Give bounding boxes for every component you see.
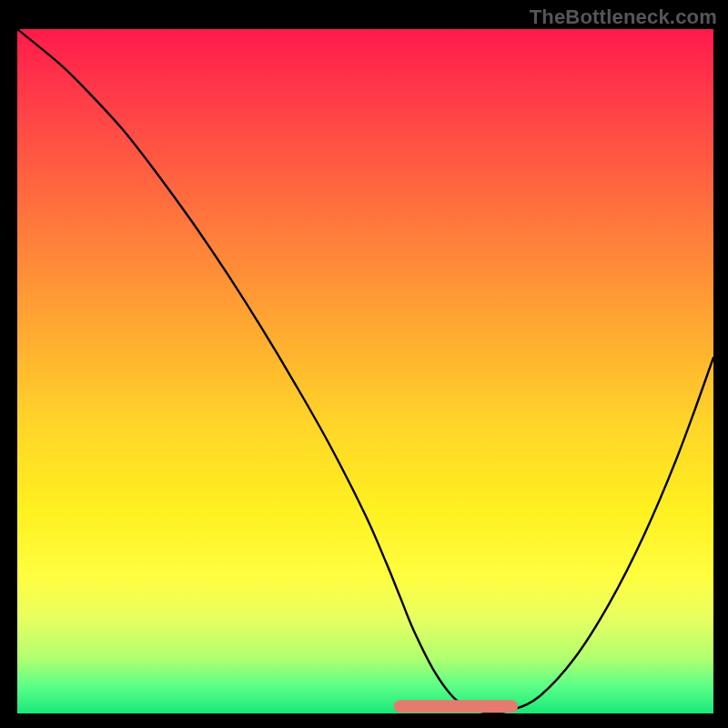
chart-svg [17,29,713,713]
watermark-text: TheBottleneck.com [530,5,717,29]
chart-container: TheBottleneck.com [0,0,728,728]
plot-area [17,29,713,713]
main-curve-path [17,29,713,713]
